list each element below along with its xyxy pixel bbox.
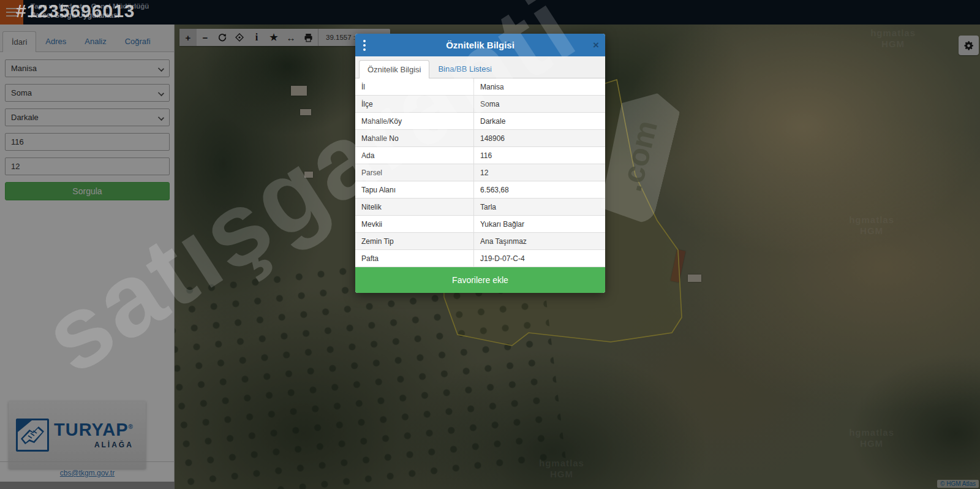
table-row: İl Manisa: [355, 78, 605, 96]
row-label: Zemin Tip: [355, 233, 474, 249]
row-value: 6.563,68: [474, 181, 605, 198]
tab-bina-bb-listesi[interactable]: Bina/BB Listesi: [429, 59, 500, 78]
row-value: 148906: [474, 130, 605, 146]
row-value: Soma: [474, 96, 605, 112]
row-label: İl: [355, 78, 474, 95]
row-label: Nitelik: [355, 199, 474, 215]
row-value: Tarla: [474, 199, 605, 215]
row-label: Tapu Alanı: [355, 181, 474, 198]
table-row: İlçe Soma: [355, 96, 605, 113]
row-value: Yukarı Bağlar: [474, 216, 605, 232]
table-row: Mevkii Yukarı Bağlar: [355, 216, 605, 233]
table-row: Mahalle No 148906: [355, 130, 605, 147]
row-label: Mevkii: [355, 216, 474, 232]
tab-oznitelik-bilgisi[interactable]: Öznitelik Bilgisi: [359, 60, 429, 78]
attribute-table: İl Manisa İlçe Soma Mahalle/Köy Darkale …: [355, 78, 605, 267]
row-label: Mahalle/Köy: [355, 113, 474, 129]
table-row: Pafta J19-D-07-C-4: [355, 250, 605, 267]
table-row: Parsel 12: [355, 164, 605, 181]
row-value: Ana Taşınmaz: [474, 233, 605, 249]
row-label: Ada: [355, 147, 474, 164]
row-value: 12: [474, 164, 605, 181]
modal-header[interactable]: Öznitelik Bilgisi ×: [355, 34, 605, 56]
row-value: Darkale: [474, 113, 605, 129]
row-value: Manisa: [474, 78, 605, 95]
table-row: Tapu Alanı 6.563,68: [355, 181, 605, 199]
close-icon[interactable]: ×: [587, 39, 605, 51]
row-label: Pafta: [355, 250, 474, 267]
table-row: Zemin Tip Ana Taşınmaz: [355, 233, 605, 250]
row-value: J19-D-07-C-4: [474, 250, 605, 267]
kebab-menu-icon[interactable]: [355, 40, 374, 51]
row-label: Mahalle No: [355, 130, 474, 146]
row-value: 116: [474, 147, 605, 164]
modal-tab-bar: Öznitelik Bilgisi Bina/BB Listesi: [355, 56, 605, 78]
attribute-info-modal: Öznitelik Bilgisi × Öznitelik Bilgisi Bi…: [355, 34, 605, 293]
table-row: Mahalle/Köy Darkale: [355, 113, 605, 130]
add-to-favorites-button[interactable]: Favorilere ekle: [355, 267, 605, 293]
row-label: Parsel: [355, 164, 474, 181]
row-label: İlçe: [355, 96, 474, 112]
modal-title: Öznitelik Bilgisi: [374, 40, 587, 50]
listing-number-watermark: #1235696013: [16, 1, 135, 21]
table-row: Nitelik Tarla: [355, 199, 605, 216]
table-row: Ada 116: [355, 147, 605, 164]
